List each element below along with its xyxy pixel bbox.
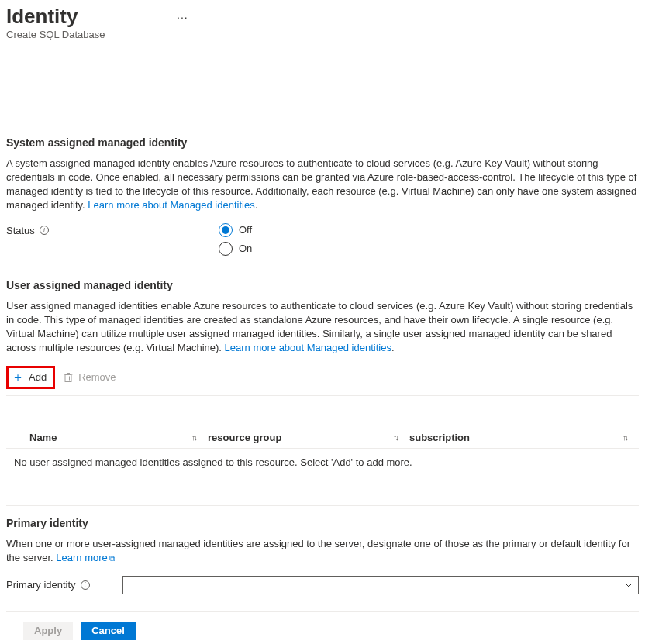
footer-buttons: Apply Cancel xyxy=(0,612,645,644)
primary-identity-select[interactable] xyxy=(122,576,639,594)
chevron-down-icon xyxy=(624,580,633,590)
remove-button[interactable]: Remove xyxy=(63,371,116,383)
system-learn-more-link[interactable]: Learn more about Managed identities xyxy=(88,199,254,211)
more-actions-button[interactable]: ··· xyxy=(177,11,188,23)
system-identity-heading: System assigned managed identity xyxy=(6,136,639,149)
sort-icon: ↑↓ xyxy=(191,432,195,442)
identities-table: Name ↑↓ resource group ↑↓ subscription ↑… xyxy=(6,427,639,476)
add-button[interactable]: ＋ Add xyxy=(12,371,47,384)
status-label: Status i xyxy=(6,223,219,236)
radio-selected-icon xyxy=(219,223,233,237)
primary-learn-more-link[interactable]: Learn more⧉ xyxy=(56,552,114,563)
column-header-subscription[interactable]: subscription ↑↓ xyxy=(409,432,639,443)
add-button-highlight: ＋ Add xyxy=(6,366,55,389)
column-header-resource-group[interactable]: resource group ↑↓ xyxy=(208,432,409,443)
sort-icon: ↑↓ xyxy=(393,432,397,442)
external-link-icon: ⧉ xyxy=(109,554,115,563)
trash-icon xyxy=(63,372,74,383)
sort-icon: ↑↓ xyxy=(623,432,626,442)
user-identity-description: User assigned managed identities enable … xyxy=(6,299,639,355)
identity-toolbar: ＋ Add Remove xyxy=(6,366,639,396)
primary-identity-heading: Primary identity xyxy=(6,517,639,529)
info-icon[interactable]: i xyxy=(81,580,90,590)
apply-button[interactable]: Apply xyxy=(23,622,73,640)
cancel-button[interactable]: Cancel xyxy=(81,622,136,640)
radio-unselected-icon xyxy=(219,242,233,256)
table-header-row: Name ↑↓ resource group ↑↓ subscription ↑… xyxy=(6,427,639,449)
plus-icon: ＋ xyxy=(12,371,24,384)
svg-rect-0 xyxy=(65,374,71,381)
page-title: Identity xyxy=(6,5,639,29)
primary-identity-description: When one or more user-assigned managed i… xyxy=(6,537,639,565)
column-header-name[interactable]: Name ↑↓ xyxy=(6,432,208,443)
status-radio-group: Off On xyxy=(219,223,252,256)
table-empty-message: No user assigned managed identities assi… xyxy=(6,449,639,476)
primary-identity-label: Primary identity i xyxy=(6,579,122,591)
info-icon[interactable]: i xyxy=(40,226,49,235)
user-identity-heading: User assigned managed identity xyxy=(6,279,639,291)
page-subtitle: Create SQL Database xyxy=(6,29,639,40)
status-off-radio[interactable]: Off xyxy=(219,223,252,237)
user-learn-more-link[interactable]: Learn more about Managed identities xyxy=(225,342,391,353)
status-on-radio[interactable]: On xyxy=(219,242,252,256)
system-identity-description: A system assigned managed identity enabl… xyxy=(6,157,639,212)
